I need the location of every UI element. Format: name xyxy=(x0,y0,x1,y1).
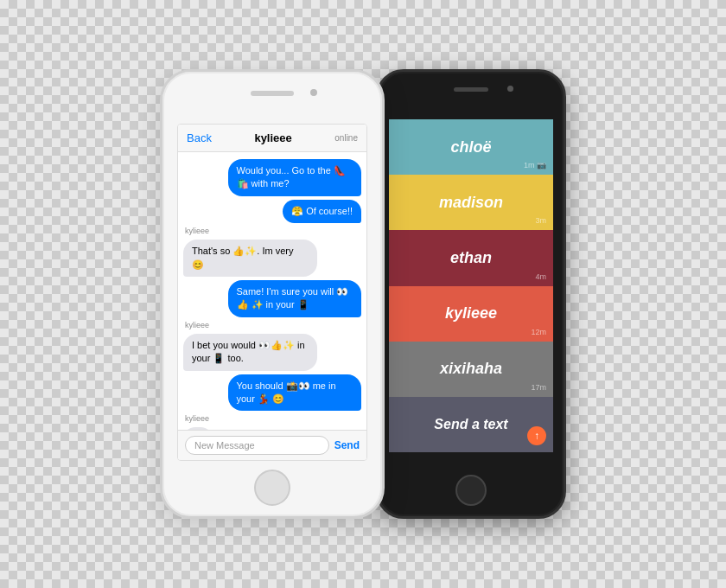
send-button[interactable]: Send xyxy=(334,439,360,451)
black-home-button[interactable] xyxy=(455,475,487,506)
black-speaker xyxy=(454,87,488,92)
sender-label: kylieee xyxy=(185,321,209,329)
message-bubble: Would you... Go to the 👠🛍️ with me? xyxy=(228,159,362,196)
black-iphone: chloë 1m 📷 madison 3m ethan 4m kylieee 1… xyxy=(376,69,566,519)
sender-label: kylieee xyxy=(185,227,209,235)
contact-name: kylieee xyxy=(254,131,291,144)
online-status: online xyxy=(334,133,358,143)
contact-item-xixihaha[interactable]: xixihaha 17m xyxy=(389,342,553,397)
contact-name-send: Send a text xyxy=(434,417,507,432)
message-input-bar: New Message Send xyxy=(178,430,366,460)
contact-item-chloe[interactable]: chloë 1m 📷 xyxy=(389,119,553,175)
message-bubble: You should 📸👀 me in your 💃 😊 xyxy=(228,374,362,412)
contact-item-ethan[interactable]: ethan 4m xyxy=(389,230,553,285)
messages-header: Back kylieee online xyxy=(178,125,366,152)
contact-time-chloe: 1m 📷 xyxy=(524,161,546,169)
contact-time-madison: 3m xyxy=(535,216,546,225)
front-camera xyxy=(310,89,317,96)
message-bubble: That's so 👍✨. Im very 😊 xyxy=(183,240,317,277)
contact-time-kylieee: 12m xyxy=(531,328,546,336)
contact-time-xixihaha: 17m xyxy=(531,383,546,392)
home-button[interactable] xyxy=(254,470,290,506)
messages-body: Would you... Go to the 👠🛍️ with me? 😤 Of… xyxy=(178,152,366,430)
contact-name-xixihaha: xixihaha xyxy=(440,360,502,378)
white-phone-screen: Back kylieee online Would you... Go to t… xyxy=(177,124,367,461)
contact-list: chloë 1m 📷 madison 3m ethan 4m kylieee 1… xyxy=(389,119,553,452)
contact-name-chloe: chloë xyxy=(450,138,491,157)
black-phone-screen: chloë 1m 📷 madison 3m ethan 4m kylieee 1… xyxy=(389,119,553,452)
contact-name-ethan: ethan xyxy=(450,249,492,267)
speaker xyxy=(251,91,294,96)
message-bubble: Same! I'm sure you will 👀 👍 ✨ in your 📱 xyxy=(228,280,362,317)
contact-item-send-text[interactable]: Send a text ↑ xyxy=(389,397,553,452)
message-bubble: I bet you would 👀👍✨ in your 📱 too. xyxy=(183,334,317,371)
contact-item-madison[interactable]: madison 3m xyxy=(389,175,553,230)
contact-time-ethan: 4m xyxy=(535,272,546,281)
send-text-icon[interactable]: ↑ xyxy=(527,426,546,445)
message-bubble: 😤 Of course!! xyxy=(283,200,361,223)
contact-item-kylieee[interactable]: kylieee 12m xyxy=(389,286,553,342)
contact-name-kylieee: kylieee xyxy=(445,304,497,323)
back-button[interactable]: Back xyxy=(187,131,212,144)
phones-container: Back kylieee online Would you... Go to t… xyxy=(160,69,566,519)
sender-label: kylieee xyxy=(185,414,209,423)
message-input[interactable]: New Message xyxy=(185,436,329,455)
white-iphone: Back kylieee online Would you... Go to t… xyxy=(160,69,385,519)
contact-name-madison: madison xyxy=(439,194,503,212)
black-front-camera xyxy=(507,86,513,92)
